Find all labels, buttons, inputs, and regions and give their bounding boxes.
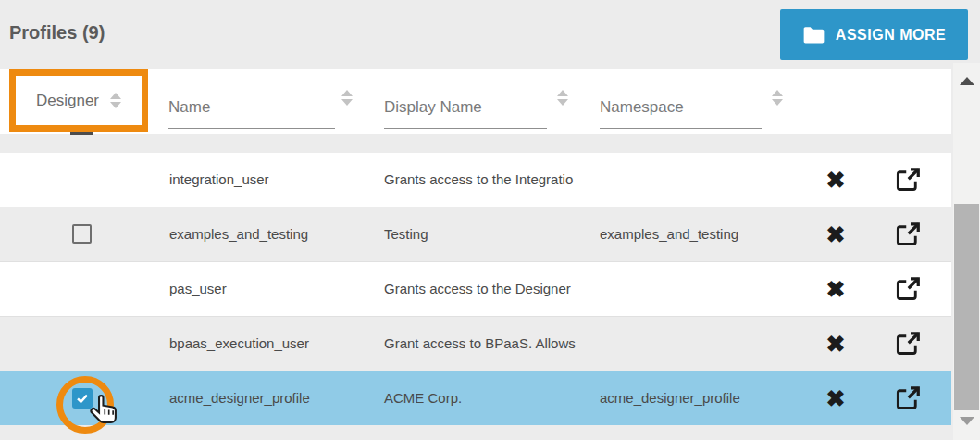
table-row[interactable]: pas_user Grants access to the Designer ✖ [0, 262, 951, 317]
scrollbar-up-arrow[interactable] [960, 77, 974, 85]
cell-display-name: Testing [384, 207, 428, 261]
cell-name: examples_and_testing [169, 207, 308, 261]
cell-display-name: Grant access to BPaaS. Allows [384, 317, 576, 371]
external-link-icon [894, 330, 922, 358]
remove-button[interactable]: ✖ [818, 207, 853, 261]
profiles-panel: Profiles (9) ASSIGN MORE Designer Name D… [0, 0, 980, 440]
remove-button[interactable]: ✖ [818, 371, 853, 425]
table-row[interactable]: integration_user Grants access to the In… [0, 153, 951, 207]
profiles-table: integration_user Grants access to the In… [0, 153, 951, 425]
open-external-button[interactable] [888, 207, 927, 261]
column-header-name: Name [168, 98, 210, 116]
table-header: Designer Name Display Name Namespace [0, 69, 951, 134]
scrollbar-thumb[interactable] [954, 204, 979, 410]
folder-icon [802, 25, 825, 44]
cell-namespace: acme_designer_profile [600, 371, 740, 425]
page-title: Profiles (9) [9, 22, 105, 44]
external-link-icon [894, 275, 922, 303]
open-external-button[interactable] [888, 153, 927, 207]
open-external-button[interactable] [888, 262, 927, 316]
cell-display-name: Grants access to the Designer [384, 262, 571, 316]
hand-cursor-icon [88, 393, 121, 432]
cell-display-name: Grants access to the Integratio [384, 153, 573, 207]
external-link-icon [894, 166, 922, 194]
sort-display-name-icon[interactable] [557, 90, 568, 106]
external-link-icon [894, 384, 922, 412]
cell-name: pas_user [169, 262, 227, 316]
external-link-icon [894, 220, 922, 248]
designer-column-highlight: Designer [9, 69, 148, 132]
table-row[interactable]: examples_and_testing Testing examples_an… [0, 207, 951, 262]
table-row[interactable]: bpaas_execution_user Grant access to BPa… [0, 317, 951, 371]
cell-name: bpaas_execution_user [169, 317, 309, 371]
remove-icon: ✖ [826, 167, 846, 194]
remove-icon: ✖ [826, 276, 846, 303]
cell-display-name: ACME Corp. [384, 371, 462, 425]
column-header-designer[interactable]: Designer [36, 92, 99, 110]
assign-more-button[interactable]: ASSIGN MORE [780, 9, 968, 60]
sort-name-icon[interactable] [341, 90, 353, 106]
cell-name: acme_designer_profile [169, 371, 310, 425]
display-name-filter-input[interactable]: Display Name [384, 98, 547, 129]
designer-checkbox-unchecked[interactable] [72, 224, 92, 244]
scrollbar-down-arrow[interactable] [960, 417, 974, 425]
name-filter-input[interactable]: Name [168, 98, 335, 129]
open-external-button[interactable] [888, 317, 927, 371]
remove-button[interactable]: ✖ [818, 153, 853, 207]
table-row-selected[interactable]: acme_designer_profile ACME Corp. acme_de… [0, 371, 951, 425]
remove-button[interactable]: ✖ [818, 317, 853, 371]
column-header-namespace: Namespace [600, 98, 684, 116]
remove-icon: ✖ [826, 331, 846, 358]
remove-icon: ✖ [826, 385, 846, 412]
cell-namespace: examples_and_testing [600, 207, 738, 261]
cell-name: integration_user [169, 153, 269, 207]
sort-designer-icon[interactable] [110, 93, 121, 108]
remove-icon: ✖ [826, 221, 846, 248]
namespace-filter-input[interactable]: Namespace [600, 98, 762, 129]
column-header-display-name: Display Name [384, 98, 482, 116]
assign-more-label: ASSIGN MORE [836, 27, 946, 44]
remove-button[interactable]: ✖ [818, 262, 853, 316]
sort-namespace-icon[interactable] [772, 90, 783, 106]
open-external-button[interactable] [888, 371, 927, 425]
select-all-checkbox-partial[interactable] [70, 132, 93, 135]
